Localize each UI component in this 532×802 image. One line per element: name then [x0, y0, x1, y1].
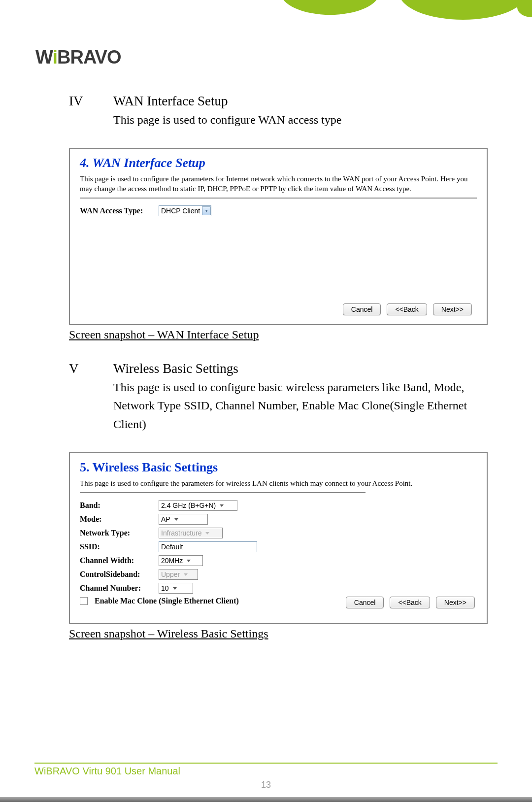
section-iv-numeral: IV — [69, 94, 94, 109]
section-v-numeral: V — [69, 361, 94, 376]
ss-v-desc: This page is used to configure the param… — [80, 479, 477, 489]
ss-iv-desc: This page is used to configure the param… — [80, 174, 477, 194]
section-v-desc: This page is used to configure basic wir… — [113, 378, 488, 434]
mac-clone-checkbox[interactable] — [80, 597, 88, 605]
chevron-down-icon — [184, 573, 188, 576]
mode-label: Mode: — [80, 515, 159, 524]
band-value: 2.4 GHz (B+G+N) — [161, 501, 216, 509]
channel-width-label: Channel Width: — [80, 556, 159, 565]
channel-number-value: 10 — [161, 584, 169, 592]
logo: WiBRAVO — [35, 47, 121, 68]
section-iv-title: WAN Interface Setup — [113, 94, 228, 109]
section-v-title: Wireless Basic Settings — [113, 361, 238, 376]
network-type-value: Infrastructure — [161, 529, 201, 537]
chevron-down-icon — [187, 560, 191, 562]
bottom-bar — [0, 797, 532, 802]
wan-access-type-value: DHCP Client — [161, 207, 200, 215]
chevron-down-icon — [220, 504, 224, 507]
channel-number-label: Channel Number: — [80, 584, 159, 593]
footer-text: WiBRAVO Virtu 901 User Manual — [34, 766, 532, 777]
header-decoration — [236, 0, 532, 30]
channel-number-select[interactable]: 10 — [159, 583, 193, 594]
chevron-down-icon — [173, 587, 177, 590]
ssid-label: SSID: — [80, 542, 159, 551]
chevron-down-icon: ▾ — [202, 206, 211, 215]
control-sideband-select: Upper — [159, 569, 198, 580]
screenshot-wireless-basic: 5. Wireless Basic Settings This page is … — [69, 452, 488, 625]
band-label: Band: — [80, 501, 159, 510]
caption-iv: Screen snapshot – WAN Interface Setup — [69, 328, 488, 341]
band-select[interactable]: 2.4 GHz (B+G+N) — [159, 500, 237, 511]
network-type-select: Infrastructure — [159, 528, 223, 538]
section-iv-desc: This page is used to configure WAN acces… — [113, 111, 488, 129]
next-button[interactable]: Next>> — [433, 303, 472, 315]
control-sideband-label: ControlSideband: — [80, 570, 159, 579]
ss-iv-title: 4. WAN Interface Setup — [80, 156, 477, 170]
caption-v: Screen snapshot – Wireless Basic Setting… — [69, 627, 488, 640]
next-button[interactable]: Next>> — [436, 597, 475, 608]
channel-width-value: 20MHz — [161, 557, 183, 565]
channel-width-select[interactable]: 20MHz — [159, 555, 203, 566]
cancel-button[interactable]: Cancel — [346, 597, 384, 608]
ss-v-title: 5. Wireless Basic Settings — [80, 460, 477, 475]
network-type-label: Network Type: — [80, 529, 159, 537]
chevron-down-icon — [174, 518, 178, 521]
mac-clone-label: Enable Mac Clone (Single Ethernet Client… — [95, 597, 239, 605]
mode-select[interactable]: AP — [159, 514, 208, 525]
back-button[interactable]: <<Back — [387, 303, 427, 315]
control-sideband-value: Upper — [161, 570, 180, 578]
wan-access-type-label: WAN Access Type: — [80, 206, 159, 215]
footer-divider — [34, 763, 498, 764]
wan-access-type-select[interactable]: DHCP Client ▾ — [159, 205, 211, 216]
ssid-input[interactable]: Default — [159, 541, 257, 552]
screenshot-wan-interface: 4. WAN Interface Setup This page is used… — [69, 148, 488, 325]
back-button[interactable]: <<Back — [390, 597, 430, 608]
ssid-value: Default — [161, 543, 183, 551]
mode-value: AP — [161, 515, 170, 523]
cancel-button[interactable]: Cancel — [343, 303, 381, 315]
page-number: 13 — [0, 780, 532, 790]
chevron-down-icon — [205, 532, 209, 535]
